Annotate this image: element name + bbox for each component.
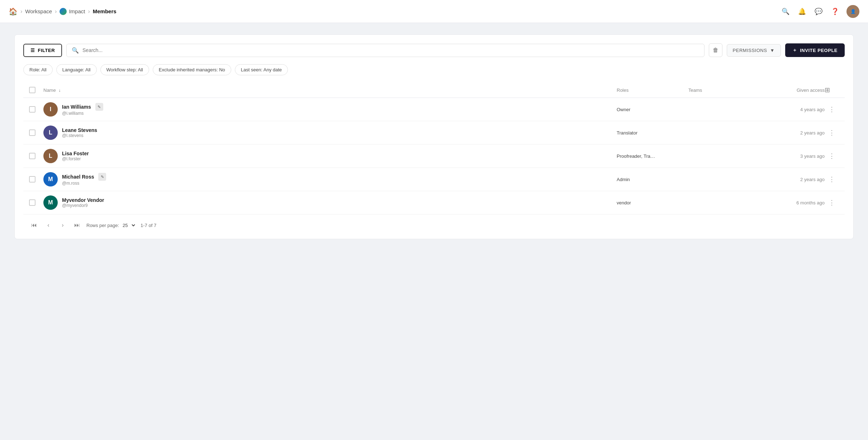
member-info-4: M Myvendor Vendor @myvendor9 — [43, 195, 617, 210]
member-avatar-0: I — [43, 102, 58, 117]
search-input[interactable] — [82, 47, 699, 53]
last-page-button[interactable]: ⏭ — [72, 220, 82, 230]
member-info-0: I Ian Williams ✎ @i.williams — [43, 102, 617, 117]
table-row: I Ian Williams ✎ @i.williams Owner 4 yea… — [23, 98, 845, 121]
main-content: ☰ FILTER 🔍 🗑 PERMISSIONS ▼ ＋ INVITE PEOP… — [0, 23, 868, 251]
member-name-row-1: Leane Stevens — [62, 127, 97, 133]
member-name-2: Lisa Foster — [62, 151, 89, 156]
prev-page-button[interactable]: ‹ — [43, 220, 53, 230]
rows-per-page-select[interactable]: 25 50 100 — [121, 222, 136, 228]
member-avatar-2: L — [43, 149, 58, 163]
member-access-3: 2 years ago — [760, 177, 825, 182]
member-info-2: L Lisa Foster @l.forster — [43, 149, 617, 163]
member-name-row-4: Myvendor Vendor — [62, 197, 104, 203]
breadcrumb-separator-2: › — [55, 8, 57, 15]
row-checkbox-1[interactable] — [29, 129, 43, 136]
member-handle-4: @myvendor9 — [62, 203, 104, 208]
member-role-2: Proofreader, Tra… — [617, 153, 688, 159]
plus-icon: ＋ — [792, 47, 797, 53]
first-page-button[interactable]: ⏮ — [29, 220, 39, 230]
next-page-button[interactable]: › — [58, 220, 68, 230]
breadcrumb-separator: › — [20, 8, 22, 15]
more-options-button-3[interactable]: ⋮ — [825, 175, 839, 183]
member-name-row-2: Lisa Foster — [62, 151, 89, 156]
bell-icon[interactable]: 🔔 — [797, 6, 807, 16]
member-role-0: Owner — [617, 107, 688, 112]
invite-people-button[interactable]: ＋ INVITE PEOPLE — [785, 43, 845, 57]
table-rows-container: I Ian Williams ✎ @i.williams Owner 4 yea… — [23, 98, 845, 214]
home-icon[interactable]: 🏠 — [9, 7, 18, 16]
member-name-3: Michael Ross — [62, 174, 94, 180]
member-info-1: L Leane Stevens @l.stevens — [43, 126, 617, 140]
breadcrumb-separator-3: › — [88, 8, 90, 15]
workflow-filter-chip[interactable]: Workflow step: All — [100, 64, 149, 75]
table-row: M Michael Ross ✎ @m.ross Admin 2 years a… — [23, 168, 845, 191]
table-row: L Leane Stevens @l.stevens Translator 2 … — [23, 121, 845, 145]
member-name-wrap-2: Lisa Foster @l.forster — [62, 151, 89, 161]
filter-icon: ☰ — [30, 48, 35, 53]
edit-icon-0[interactable]: ✎ — [95, 103, 103, 111]
table-header: Name ↓ Roles Teams Given access ⊞ — [23, 82, 845, 98]
members-card: ☰ FILTER 🔍 🗑 PERMISSIONS ▼ ＋ INVITE PEOP… — [14, 34, 854, 239]
member-avatar-3: M — [43, 172, 58, 186]
member-access-0: 4 years ago — [760, 107, 825, 112]
breadcrumb: 🏠 › Workspace › Impact › Members — [9, 7, 781, 16]
inherited-managers-filter-chip[interactable]: Exclude inherited managers: No — [153, 64, 231, 75]
filters-row: Role: All Language: All Workflow step: A… — [23, 64, 845, 75]
member-name-wrap-3: Michael Ross ✎ @m.ross — [62, 173, 106, 186]
member-name-4: Myvendor Vendor — [62, 197, 104, 203]
role-filter-chip[interactable]: Role: All — [23, 64, 53, 75]
chat-icon[interactable]: 💬 — [814, 6, 824, 16]
breadcrumb-workspace[interactable]: Workspace — [25, 8, 52, 14]
more-options-button-4[interactable]: ⋮ — [825, 199, 839, 207]
filter-button[interactable]: ☰ FILTER — [23, 44, 62, 57]
rows-per-page: Rows per page: 25 50 100 — [86, 222, 136, 228]
member-avatar-1: L — [43, 126, 58, 140]
breadcrumb-members: Members — [93, 8, 117, 14]
member-name-row-0: Ian Williams ✎ — [62, 103, 103, 111]
delete-button[interactable]: 🗑 — [709, 43, 722, 57]
search-icon[interactable]: 🔍 — [781, 6, 791, 16]
breadcrumb-impact[interactable]: Impact — [60, 8, 85, 15]
member-name-1: Leane Stevens — [62, 127, 97, 133]
member-role-1: Translator — [617, 130, 688, 136]
chevron-down-icon: ▼ — [770, 48, 774, 53]
row-checkbox-3[interactable] — [29, 176, 43, 183]
edit-icon-3[interactable]: ✎ — [98, 173, 106, 181]
row-checkbox-2[interactable] — [29, 153, 43, 159]
help-icon[interactable]: ❓ — [830, 6, 840, 16]
toolbar: ☰ FILTER 🔍 🗑 PERMISSIONS ▼ ＋ INVITE PEOP… — [23, 43, 845, 57]
member-access-2: 3 years ago — [760, 153, 825, 159]
more-options-button-0[interactable]: ⋮ — [825, 105, 839, 113]
member-handle-3: @m.ross — [62, 181, 106, 186]
member-handle-0: @i.williams — [62, 111, 103, 116]
language-filter-chip[interactable]: Language: All — [56, 64, 97, 75]
table-row: M Myvendor Vendor @myvendor9 vendor 6 mo… — [23, 191, 845, 214]
row-checkbox-0[interactable] — [29, 106, 43, 113]
permissions-button[interactable]: PERMISSIONS ▼ — [727, 44, 781, 57]
table-row: L Lisa Foster @l.forster Proofreader, Tr… — [23, 145, 845, 168]
top-navigation: 🏠 › Workspace › Impact › Members 🔍 🔔 💬 ❓… — [0, 0, 868, 23]
member-name-wrap-1: Leane Stevens @l.stevens — [62, 127, 97, 138]
columns-icon[interactable]: ⊞ — [825, 86, 839, 94]
member-access-1: 2 years ago — [760, 130, 825, 136]
more-options-button-2[interactable]: ⋮ — [825, 152, 839, 160]
member-handle-2: @l.forster — [62, 156, 89, 161]
user-avatar[interactable]: 👤 — [846, 5, 859, 18]
row-checkbox-4[interactable] — [29, 199, 43, 206]
member-role-4: vendor — [617, 200, 688, 205]
page-range: 1-7 of 7 — [141, 223, 156, 228]
more-options-button-1[interactable]: ⋮ — [825, 129, 839, 137]
member-name-wrap-4: Myvendor Vendor @myvendor9 — [62, 197, 104, 208]
nav-icons: 🔍 🔔 💬 ❓ 👤 — [781, 5, 859, 18]
pagination: ⏮ ‹ › ⏭ Rows per page: 25 50 100 1-7 of … — [23, 214, 845, 230]
teams-column-header: Teams — [688, 87, 760, 93]
last-seen-filter-chip[interactable]: Last seen: Any date — [235, 64, 288, 75]
sort-icon: ↓ — [58, 88, 61, 93]
name-column-header[interactable]: Name ↓ — [43, 87, 617, 93]
member-role-3: Admin — [617, 177, 688, 182]
search-icon-inline: 🔍 — [72, 47, 79, 54]
select-all-checkbox[interactable] — [29, 87, 43, 93]
member-handle-1: @l.stevens — [62, 133, 97, 138]
roles-column-header: Roles — [617, 87, 688, 93]
